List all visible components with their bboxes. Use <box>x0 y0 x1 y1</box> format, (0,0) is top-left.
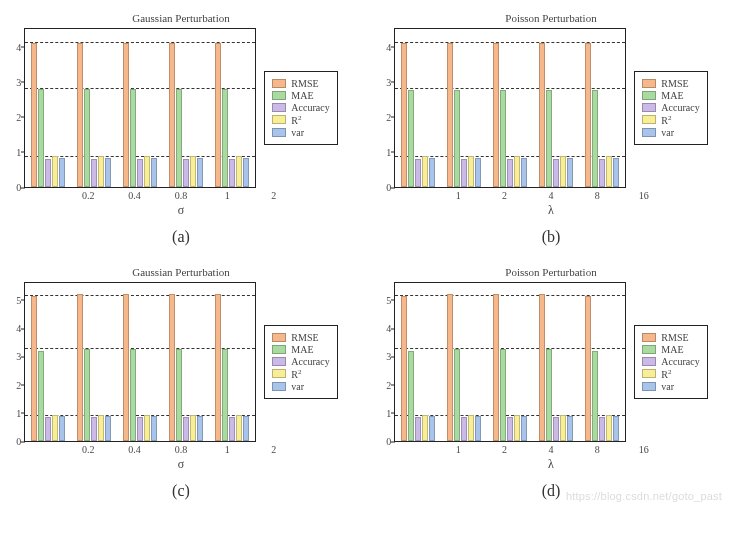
y-tick: 0 <box>7 436 21 447</box>
bar-rmse <box>123 294 129 441</box>
legend-label: MAE <box>291 90 313 101</box>
bar-group <box>585 29 619 187</box>
bar-var <box>567 158 573 187</box>
x-tick: 8 <box>588 190 606 201</box>
y-tick: 1 <box>377 407 391 418</box>
bar-var <box>59 158 65 187</box>
legend: RMSEMAEAccuracyR2var <box>634 325 707 399</box>
legend-item-rmse: RMSE <box>272 332 329 343</box>
bar-acc <box>229 159 235 187</box>
bar-mae <box>592 351 598 441</box>
swatch-acc <box>642 103 656 112</box>
swatch-var <box>642 382 656 391</box>
bar-var <box>429 158 435 187</box>
plot-area <box>401 283 619 441</box>
panel-d: Poisson Perturbation012345RMSEMAEAccurac… <box>378 266 724 500</box>
x-tick: 2 <box>265 444 283 455</box>
bar-mae <box>222 89 228 187</box>
bar-mae <box>454 349 460 441</box>
x-tick: 16 <box>635 190 653 201</box>
bar-rmse <box>31 43 37 187</box>
bar-group <box>123 29 157 187</box>
bar-r2 <box>468 415 474 441</box>
y-tick: 0 <box>377 182 391 193</box>
x-label: λ <box>435 203 667 218</box>
x-tick: 2 <box>265 190 283 201</box>
legend-item-var: var <box>272 381 329 392</box>
legend: RMSEMAEAccuracyR2var <box>264 325 337 399</box>
bar-group <box>493 283 527 441</box>
legend-item-rmse: RMSE <box>642 78 699 89</box>
swatch-var <box>642 128 656 137</box>
bar-group <box>447 283 481 441</box>
x-axis: 124816 <box>435 190 667 201</box>
bar-var <box>521 416 527 441</box>
bar-r2 <box>514 156 520 187</box>
bar-mae <box>38 89 44 187</box>
bar-r2 <box>190 156 196 187</box>
bar-rmse <box>77 43 83 187</box>
bar-rmse <box>585 296 591 441</box>
swatch-var <box>272 382 286 391</box>
y-tick: 4 <box>7 41 21 52</box>
bar-acc <box>45 159 51 187</box>
bar-rmse <box>539 294 545 441</box>
bar-r2 <box>422 415 428 441</box>
legend-item-acc: Accuracy <box>642 102 699 113</box>
bar-r2 <box>98 156 104 187</box>
bar-var <box>197 416 203 441</box>
y-tick: 5 <box>377 294 391 305</box>
bar-rmse <box>401 43 407 187</box>
bar-r2 <box>422 156 428 187</box>
bar-r2 <box>514 415 520 441</box>
chart-title: Poisson Perturbation <box>435 12 667 24</box>
bar-mae <box>222 349 228 441</box>
legend-label: var <box>291 381 304 392</box>
panel-c: Gaussian Perturbation012345RMSEMAEAccura… <box>8 266 354 500</box>
legend-label: R2 <box>661 114 671 126</box>
bar-acc <box>507 159 513 187</box>
x-tick: 0.2 <box>79 444 97 455</box>
legend-item-r2: R2 <box>272 368 329 380</box>
x-axis: 0.20.40.812 <box>65 190 297 201</box>
bar-r2 <box>144 415 150 441</box>
legend-item-mae: MAE <box>272 90 329 101</box>
chart-grid: Gaussian Perturbation01234RMSEMAEAccurac… <box>8 12 724 500</box>
y-tick: 2 <box>377 111 391 122</box>
bar-mae <box>408 351 414 441</box>
y-tick: 4 <box>377 323 391 334</box>
bar-r2 <box>144 156 150 187</box>
bar-acc <box>137 417 143 441</box>
chart-title: Gaussian Perturbation <box>65 12 297 24</box>
bar-r2 <box>52 156 58 187</box>
bar-rmse <box>539 43 545 187</box>
legend-label: var <box>661 127 674 138</box>
bar-var <box>59 416 65 441</box>
chart-row: 01234RMSEMAEAccuracyR2var <box>24 28 337 188</box>
y-tick: 2 <box>377 379 391 390</box>
bar-acc <box>415 417 421 441</box>
legend-item-rmse: RMSE <box>642 332 699 343</box>
x-axis: 124816 <box>435 444 667 455</box>
bar-var <box>613 416 619 441</box>
bar-rmse <box>169 294 175 441</box>
bar-rmse <box>215 43 221 187</box>
legend: RMSEMAEAccuracyR2var <box>634 71 707 145</box>
legend-item-r2: R2 <box>272 114 329 126</box>
legend-label: R2 <box>291 114 301 126</box>
bar-r2 <box>52 415 58 441</box>
swatch-r2 <box>272 115 286 124</box>
bar-mae <box>38 351 44 441</box>
bar-rmse <box>585 43 591 187</box>
legend: RMSEMAEAccuracyR2var <box>264 71 337 145</box>
swatch-acc <box>642 357 656 366</box>
legend-item-mae: MAE <box>642 344 699 355</box>
legend-item-mae: MAE <box>272 344 329 355</box>
y-tick: 4 <box>7 323 21 334</box>
legend-label: var <box>661 381 674 392</box>
chart-box: 01234 <box>394 28 626 188</box>
x-tick: 0.8 <box>172 190 190 201</box>
bar-acc <box>183 159 189 187</box>
x-tick: 8 <box>588 444 606 455</box>
bar-mae <box>130 89 136 187</box>
